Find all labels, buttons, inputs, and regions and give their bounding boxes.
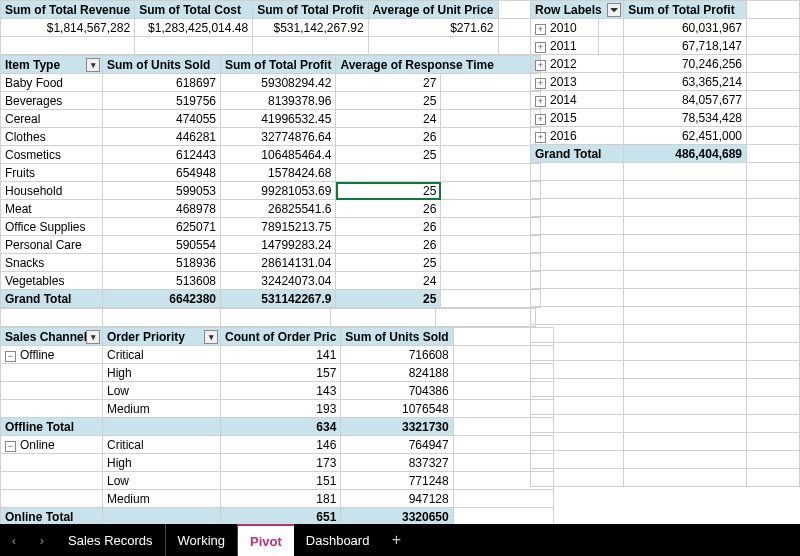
cell[interactable] [747, 73, 800, 91]
item-type-cell[interactable]: Cereal [1, 110, 103, 128]
cell[interactable] [441, 146, 541, 164]
chevron-down-icon[interactable]: ▾ [86, 58, 100, 72]
cell[interactable] [441, 110, 541, 128]
units-cell[interactable]: 764947 [341, 436, 453, 454]
cell[interactable] [624, 361, 747, 379]
group-name-cell[interactable]: −Offline [1, 346, 103, 364]
units-cell[interactable]: 1076548 [341, 400, 453, 418]
cell[interactable] [1, 400, 103, 418]
cell[interactable] [747, 451, 800, 469]
profit-cell[interactable]: 41996532.45 [221, 110, 336, 128]
sum-rev-value[interactable]: $1,814,567,282 [1, 19, 135, 37]
cell[interactable] [1, 454, 103, 472]
cell[interactable] [531, 433, 624, 451]
cell[interactable] [747, 415, 800, 433]
cell[interactable] [624, 469, 747, 487]
expand-icon[interactable]: + [535, 96, 546, 107]
units-cell[interactable]: 771248 [341, 472, 453, 490]
sum-units-header[interactable]: Sum of Units Sold [341, 328, 453, 346]
cell[interactable] [624, 253, 747, 271]
cell[interactable] [747, 289, 800, 307]
cell[interactable] [531, 397, 624, 415]
cell[interactable] [747, 343, 800, 361]
cell[interactable] [747, 361, 800, 379]
units-sold-cell[interactable]: 468978 [103, 200, 221, 218]
sum-rev-header[interactable]: Sum of Total Revenue [1, 1, 135, 19]
cell[interactable] [747, 433, 800, 451]
item-type-cell[interactable]: Cosmetics [1, 146, 103, 164]
units-cell[interactable]: 716608 [341, 346, 453, 364]
year-profit-cell[interactable]: 63,365,214 [624, 73, 747, 91]
cell[interactable] [531, 199, 624, 217]
sum-profit-value[interactable]: $531,142,267.92 [253, 19, 368, 37]
count-cell[interactable]: 157 [221, 364, 341, 382]
item-type-header[interactable]: Item Type▾ [1, 56, 103, 74]
tab-dashboard[interactable]: Dashboard [294, 524, 382, 556]
cell[interactable] [747, 253, 800, 271]
units-sold-cell[interactable]: 625071 [103, 218, 221, 236]
cell[interactable] [1, 472, 103, 490]
count-cell[interactable]: 143 [221, 382, 341, 400]
priority-cell[interactable]: Low [103, 382, 221, 400]
year-pivot[interactable]: Row Labels⏷ Sum of Total Profit +201060,… [530, 0, 800, 487]
cell[interactable] [453, 490, 553, 508]
year-profit-cell[interactable]: 70,246,256 [624, 55, 747, 73]
item-type-cell[interactable]: Meat [1, 200, 103, 218]
profit-cell[interactable]: 28614131.04 [221, 254, 336, 272]
cell[interactable] [624, 271, 747, 289]
cell[interactable] [441, 164, 541, 182]
resp-time-cell[interactable]: 25 [336, 92, 441, 110]
cell[interactable] [747, 163, 800, 181]
cell[interactable] [747, 109, 800, 127]
cell[interactable] [624, 217, 747, 235]
expand-icon[interactable]: + [535, 60, 546, 71]
subtotal-count[interactable]: 651 [221, 508, 341, 525]
cell[interactable] [531, 181, 624, 199]
item-type-cell[interactable]: Personal Care [1, 236, 103, 254]
cell[interactable] [531, 235, 624, 253]
cell[interactable] [441, 218, 541, 236]
resp-time-cell[interactable]: 24 [336, 110, 441, 128]
cell[interactable] [747, 325, 800, 343]
cell[interactable] [103, 508, 221, 525]
cell[interactable] [747, 37, 800, 55]
units-sold-cell[interactable]: 612443 [103, 146, 221, 164]
profit-cell[interactable]: 99281053.69 [221, 182, 336, 200]
expand-icon[interactable]: + [535, 114, 546, 125]
subtotal-label[interactable]: Offline Total [1, 418, 103, 436]
cell[interactable] [441, 128, 541, 146]
units-sold-cell[interactable]: 519756 [103, 92, 221, 110]
item-type-cell[interactable]: Office Supplies [1, 218, 103, 236]
item-type-cell[interactable]: Household [1, 182, 103, 200]
collapse-icon[interactable]: − [5, 441, 16, 452]
cell[interactable] [624, 397, 747, 415]
cell[interactable] [747, 397, 800, 415]
cell[interactable] [441, 236, 541, 254]
resp-time-cell[interactable]: 26 [336, 128, 441, 146]
subtotal-label[interactable]: Online Total [1, 508, 103, 525]
year-cell[interactable]: +2012 [531, 55, 624, 73]
cell[interactable] [531, 163, 624, 181]
cell[interactable] [453, 508, 553, 525]
units-cell[interactable]: 837327 [341, 454, 453, 472]
priority-cell[interactable]: High [103, 454, 221, 472]
tab-working[interactable]: Working [166, 524, 238, 556]
units-cell[interactable]: 704386 [341, 382, 453, 400]
grand-total-resp[interactable]: 25 [336, 290, 441, 308]
cell[interactable] [624, 289, 747, 307]
year-cell[interactable]: +2015 [531, 109, 624, 127]
tab-pivot-active[interactable]: Pivot [238, 524, 294, 556]
cell[interactable] [531, 451, 624, 469]
units-cell[interactable]: 947128 [341, 490, 453, 508]
cell[interactable] [747, 307, 800, 325]
count-order-header[interactable]: Count of Order Pric [221, 328, 341, 346]
cell[interactable] [531, 217, 624, 235]
chevron-down-icon[interactable]: ▾ [204, 330, 218, 344]
cell[interactable] [531, 361, 624, 379]
cell[interactable] [531, 379, 624, 397]
cell[interactable] [624, 325, 747, 343]
profit-cell[interactable]: 8139378.96 [221, 92, 336, 110]
resp-time-cell[interactable]: 25 [336, 146, 441, 164]
cell[interactable] [441, 74, 541, 92]
expand-icon[interactable]: + [535, 24, 546, 35]
